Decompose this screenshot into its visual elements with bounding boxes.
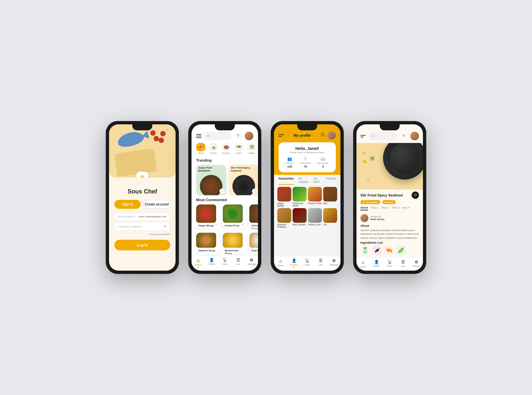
stat-myrecipes: 📖 My recipes 3 — [317, 157, 329, 168]
cutting-board — [114, 148, 157, 177]
asian-pork-fav[interactable]: ♡ — [219, 189, 225, 194]
recipe-stir-fried[interactable]: Stir Fried Spicy Seafood ♡ — [229, 165, 258, 195]
eye-icon[interactable]: 👁 — [163, 225, 167, 228]
nav-feed[interactable]: 📡 Feed — [218, 258, 231, 268]
tomato-4 — [159, 138, 164, 143]
user-avatar[interactable] — [245, 132, 253, 140]
fav-mar[interactable]: Mar... — [323, 187, 337, 207]
menu-icon[interactable] — [196, 134, 201, 138]
profile-topbar: My profile — [279, 131, 336, 140]
ingredient-oil: 🫙 — [360, 246, 370, 255]
nav-feed[interactable]: 📡 Feed — [301, 258, 314, 268]
tab-myrecipes[interactable]: My recipes — [299, 177, 309, 185]
nav-settings[interactable]: ⚙ Settings — [245, 258, 258, 268]
recipe-gua[interactable]: Gua Bao — [249, 233, 258, 254]
nav-settings[interactable]: ⚙ Settings — [410, 260, 423, 268]
forgot-password-link[interactable]: Forgot password? — [149, 233, 170, 236]
nav-feed[interactable]: 📡 Feed — [383, 260, 396, 268]
tab-step4[interactable]: Step 4 — [402, 206, 410, 210]
nav-home[interactable]: ⌂ Home — [192, 258, 205, 268]
ingredients-section: Ingredients List 🫙 🌶 🦐 🫛 — [360, 241, 419, 255]
bottom-nav: ⌂ Home 👤 Profile 📡 Feed ☰ List ⚙ Set — [356, 257, 423, 271]
fav-roasted[interactable]: Roasted Potatoes — [277, 208, 291, 228]
gua-name: Gua Bao — [249, 248, 258, 253]
nav-list[interactable]: ☰ List — [396, 260, 410, 268]
category-meat[interactable]: 🍖 Meat — [196, 143, 205, 154]
recipe-nav-tabs: About Step 1 Step 2 Step 3 Step 4 — [360, 206, 419, 212]
nav-home[interactable]: ⌂ Home — [274, 258, 287, 268]
email-label: Email Address: — [118, 215, 136, 218]
menu-icon[interactable] — [279, 134, 284, 137]
stir-fried-fav[interactable]: ♡ — [252, 189, 257, 194]
recipe-asian-pork[interactable]: Asian Pork Meatballs ♡ — [196, 165, 226, 195]
stat-favourites: ♡ Favourites 70 — [300, 157, 311, 168]
ingredient-chili: 🌶 — [372, 246, 382, 255]
tab-myfeed[interactable]: My feed — [314, 177, 321, 185]
favourite-button[interactable]: ♡ — [412, 192, 419, 199]
vegan-burger-fav[interactable]: ♡ — [213, 222, 219, 227]
fish-illustration — [116, 129, 145, 149]
tab-about[interactable]: About — [360, 206, 368, 210]
fav-bbq[interactable]: Bbq Chicken — [293, 208, 307, 228]
recipe-pulled-pork[interactable]: Pulled Pork ♡ — [223, 204, 247, 229]
nav-profile[interactable]: 👤 Profile — [205, 258, 218, 268]
menu-icon[interactable] — [360, 135, 366, 137]
trending-recipes: Asian Pork Meatballs ♡ Stir Fried Spicy … — [192, 164, 258, 197]
search-icon[interactable] — [321, 132, 325, 138]
illustration: ·•· — [109, 124, 176, 178]
sign-in-button[interactable]: Sign In — [114, 200, 141, 209]
favourites-row-2: Roasted Potatoes Bbq Chicken Pantry Cove… — [277, 208, 337, 228]
filter-icon[interactable] — [400, 132, 408, 140]
recipe-mushroom[interactable]: Mushroom Pasta — [223, 233, 247, 254]
asian-pork-image — [200, 175, 222, 195]
stat-friends: 👥 Friends 130 — [286, 157, 294, 168]
password-label: Password: — [118, 225, 130, 228]
fav-pasta-herbs[interactable]: Pasta and Herbs — [293, 187, 307, 207]
search-bar[interactable] — [368, 132, 397, 140]
category-salad[interactable]: 🥬 Salad — [247, 143, 256, 154]
user-avatar[interactable] — [410, 132, 419, 140]
login-body: Sous Chef Sign In Create account Email A… — [109, 178, 176, 271]
profile-stats: 👥 Friends 130 ♡ Favourites 70 📖 My recip… — [283, 157, 332, 168]
phone-home: 🍖 Meat 🍝 Pasta 🍩 Dessert 🥗 Asian 🥬 — [188, 121, 261, 274]
nav-profile[interactable]: 👤 Profile — [370, 260, 383, 268]
nav-list[interactable]: ☰ List — [231, 258, 245, 268]
fav-chi[interactable]: Chi... — [323, 208, 337, 228]
fav-paneer-pizza[interactable]: Paneer Pizza — [308, 187, 322, 207]
pulled-pork-fav[interactable]: ♡ — [240, 222, 245, 227]
tomato-3 — [150, 130, 156, 136]
recipe-chicken-souvlaki[interactable]: Chicken Souvlaki ♡ — [249, 204, 258, 229]
category-pasta[interactable]: 🍝 Pasta — [209, 143, 218, 154]
tomato-1 — [160, 131, 166, 136]
fav-vegan-burger[interactable]: Vegan Burger — [277, 187, 291, 207]
user-avatar[interactable] — [327, 131, 336, 140]
dish-content: 🍜 — [392, 145, 418, 171]
app-title: Sous Chef — [127, 188, 157, 195]
nav-home[interactable]: ⌂ Home — [356, 260, 370, 268]
login-button[interactable]: Log In — [114, 240, 170, 250]
ingredients-title: Ingredients List — [360, 241, 419, 244]
tab-step2[interactable]: Step 2 — [381, 206, 389, 210]
recipe-hero: ✳ ✦ 🌿 🍋 🍜 — [356, 143, 423, 190]
tab-friends[interactable]: Friends — [326, 177, 336, 185]
category-dessert[interactable]: 🍩 Dessert — [221, 143, 231, 154]
star-decoration-2: ✦ — [366, 178, 370, 183]
search-bar[interactable] — [204, 132, 231, 140]
chef-info: Recipe By Paul Jones — [360, 214, 419, 222]
create-account-button[interactable]: Create account — [143, 200, 170, 209]
tab-favourites[interactable]: Favourites — [279, 177, 294, 185]
recipe-asian-pork-name: Asian Pork Meatballs — [196, 165, 226, 173]
category-asian[interactable]: 🥗 Asian — [234, 143, 243, 154]
recipe-salmon[interactable]: Salmon Soup — [196, 233, 220, 254]
nav-profile[interactable]: 👤 Profile — [287, 258, 301, 268]
chef-name-block: Recipe By Paul Jones — [370, 215, 384, 221]
recipe-title: Stir Fried Spicy Seafood — [360, 193, 403, 197]
phone-login: ·•· Sous Chef Sign In — [106, 121, 179, 274]
fav-pantry[interactable]: Pantry Cove — [308, 208, 322, 228]
filter-icon[interactable] — [234, 132, 242, 140]
nav-list[interactable]: ☰ List — [314, 258, 327, 268]
nav-settings[interactable]: ⚙ Settings — [327, 258, 340, 268]
tab-step1[interactable]: Step 1 — [371, 206, 378, 210]
tab-step3[interactable]: Step 3 — [391, 206, 399, 210]
recipe-vegan-burger[interactable]: Vegan Burger ♡ — [196, 204, 220, 229]
